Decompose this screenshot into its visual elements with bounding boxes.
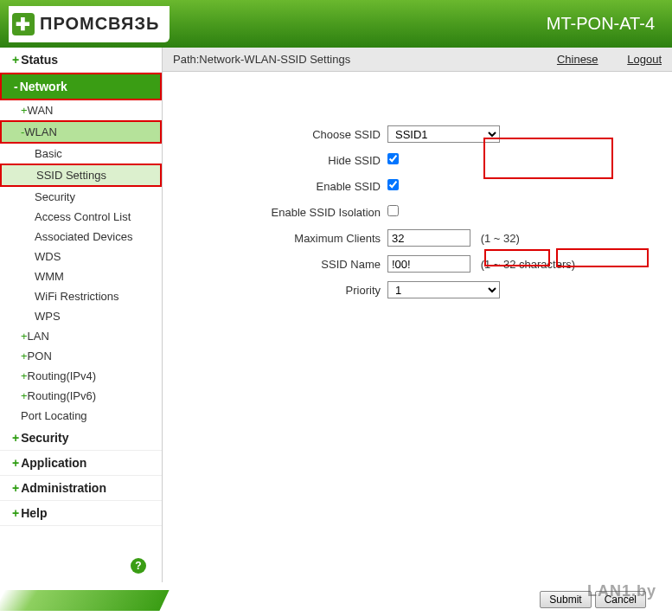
nav-administration[interactable]: +Administration — [0, 476, 162, 501]
nav-pon[interactable]: +PON — [0, 346, 162, 366]
nav-port-locating[interactable]: Port Locating — [0, 406, 162, 426]
breadcrumb: Path:Network-WLAN-SSID Settings — [173, 53, 350, 66]
nav-routing-ipv6[interactable]: +Routing(IPv6) — [0, 386, 162, 406]
nav-wlan[interactable]: -WLAN — [0, 120, 162, 144]
header: ✚ ПРОМСВЯЗЬ MT-PON-AT-4 — [0, 0, 672, 48]
enable-ssid-checkbox[interactable] — [387, 179, 399, 190]
max-clients-hint: (1 ~ 32) — [481, 232, 520, 245]
brand-text: ПРОМСВЯЗЬ — [40, 14, 159, 34]
footer-stripe — [0, 590, 170, 611]
help-icon[interactable]: ? — [131, 558, 146, 574]
logout-link[interactable]: Logout — [627, 53, 662, 66]
choose-ssid-label: Choose SSID — [189, 128, 387, 141]
ssid-name-input[interactable] — [387, 255, 470, 273]
nav-wlan-wmm[interactable]: WMM — [0, 266, 162, 286]
nav-lan[interactable]: +LAN — [0, 326, 162, 346]
nav-wan[interactable]: +WAN — [0, 100, 162, 120]
nav-security[interactable]: +Security — [0, 426, 162, 451]
enable-ssid-label: Enable SSID — [189, 180, 387, 193]
cancel-button[interactable]: Cancel — [595, 591, 646, 608]
nav-wlan-ssid-settings[interactable]: SSID Settings — [0, 164, 162, 187]
nav-wlan-security[interactable]: Security — [0, 187, 162, 207]
main-panel: Path:Network-WLAN-SSID Settings Chinese … — [163, 48, 672, 582]
sidebar: +Status -Network +WAN -WLAN Basic SSID S… — [0, 48, 163, 582]
nav-network[interactable]: -Network — [0, 73, 162, 100]
submit-button[interactable]: Submit — [540, 591, 591, 608]
ssid-name-label: SSID Name — [189, 258, 387, 271]
footer: Submit Cancel — [0, 583, 672, 616]
nav-routing-ipv4[interactable]: +Routing(IPv4) — [0, 366, 162, 386]
nav-wlan-assoc[interactable]: Associated Devices — [0, 227, 162, 247]
max-clients-label: Maximum Clients — [189, 232, 387, 245]
priority-label: Priority — [189, 284, 387, 297]
hide-ssid-checkbox[interactable] — [387, 153, 399, 164]
model-label: MT-PON-AT-4 — [547, 14, 655, 34]
nav-wlan-wifi-restrict[interactable]: WiFi Restrictions — [0, 286, 162, 306]
lang-link[interactable]: Chinese — [557, 53, 598, 66]
nav-status[interactable]: +Status — [0, 48, 162, 73]
nav-wlan-wps[interactable]: WPS — [0, 306, 162, 326]
priority-select[interactable]: 1 — [387, 281, 500, 298]
nav-application[interactable]: +Application — [0, 451, 162, 476]
max-clients-input[interactable] — [387, 229, 470, 247]
isolation-label: Enable SSID Isolation — [189, 206, 387, 219]
ssid-form: Choose SSID SSID1 Hide SSID Enable SSID … — [163, 72, 672, 323]
brand-logo: ✚ ПРОМСВЯЗЬ — [9, 6, 170, 42]
logo-icon: ✚ — [12, 13, 35, 35]
choose-ssid-select[interactable]: SSID1 — [387, 125, 500, 143]
hide-ssid-label: Hide SSID — [189, 154, 387, 167]
path-bar: Path:Network-WLAN-SSID Settings Chinese … — [163, 48, 672, 72]
ssid-name-hint: (1 ~ 32 characters) — [481, 258, 575, 271]
nav-help[interactable]: +Help — [0, 501, 162, 526]
isolation-checkbox[interactable] — [387, 205, 399, 216]
nav-wlan-acl[interactable]: Access Control List — [0, 207, 162, 227]
nav-wlan-wds[interactable]: WDS — [0, 247, 162, 266]
nav-wlan-basic[interactable]: Basic — [0, 144, 162, 164]
